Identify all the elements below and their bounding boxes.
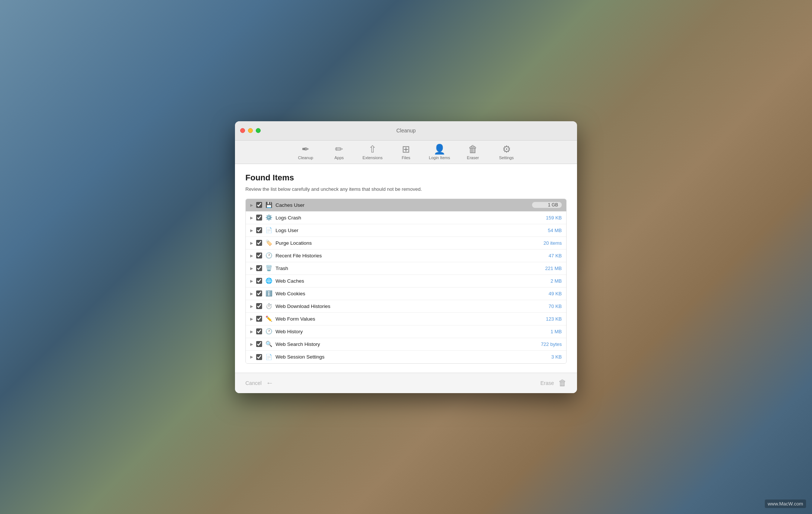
list-row[interactable]: ▶ℹ️Web Cookies49 KB [246,287,566,300]
toolbar-item-files[interactable]: ⊞ Files [395,144,417,160]
footer-left: Cancel ← [245,379,274,387]
row-item-icon: 🏷️ [265,240,273,246]
row-checkbox[interactable] [256,303,262,309]
cleanup-label: Cleanup [298,155,313,160]
app-window: Cleanup ✒ Cleanup ✏ Apps ⇧ Extensions ⊞ … [235,121,577,393]
login-items-label: Login Items [429,155,450,160]
list-row[interactable]: ▶🏷️Purge Locations20 items [246,237,566,250]
list-row[interactable]: ▶💾Caches User1 GB [246,199,566,212]
row-item-size: 47 KB [532,253,562,258]
close-button[interactable] [240,128,245,133]
extensions-label: Extensions [362,155,383,160]
expand-arrow-icon[interactable]: ▶ [250,203,256,207]
footer: Cancel ← Erase 🗑 [235,373,577,393]
row-item-icon: ⏱️ [265,303,273,309]
row-checkbox[interactable] [256,202,262,208]
expand-arrow-icon[interactable]: ▶ [250,216,256,220]
apps-label: Apps [334,155,344,160]
expand-arrow-icon[interactable]: ▶ [250,228,256,232]
row-item-size: 123 KB [532,316,562,322]
list-row[interactable]: ▶🗑️Trash221 MB [246,262,566,275]
expand-arrow-icon[interactable]: ▶ [250,241,256,245]
row-item-name: Recent File Histories [276,253,532,258]
row-item-icon: 🌐 [265,277,273,284]
list-row[interactable]: ▶🌐Web Caches2 MB [246,275,566,287]
row-item-icon: 📄 [265,354,273,360]
list-row[interactable]: ▶📄Logs User54 MB [246,224,566,237]
list-row[interactable]: ▶⚙️Logs Crash159 KB [246,212,566,224]
row-item-name: Web Cookies [276,291,532,296]
row-item-size: 54 MB [532,228,562,233]
row-item-size: 221 MB [532,266,562,271]
login-items-icon: 👤 [434,144,445,154]
window-title: Cleanup [396,128,416,134]
expand-arrow-icon[interactable]: ▶ [250,266,256,270]
toolbar-item-eraser[interactable]: 🗑 Eraser [462,144,484,160]
toolbar-item-extensions[interactable]: ⇧ Extensions [361,144,384,160]
list-row[interactable]: ▶🕐Web History1 MB [246,325,566,338]
row-checkbox[interactable] [256,278,262,284]
eraser-label: Eraser [467,155,479,160]
expand-arrow-icon[interactable]: ▶ [250,279,256,283]
row-item-size: 1 MB [532,329,562,334]
expand-arrow-icon[interactable]: ▶ [250,304,256,308]
expand-arrow-icon[interactable]: ▶ [250,317,256,321]
main-content: Found Items Review the list below carefu… [235,164,577,373]
apps-icon: ✏ [335,144,343,154]
toolbar: ✒ Cleanup ✏ Apps ⇧ Extensions ⊞ Files 👤 … [235,141,577,164]
row-item-size: 3 KB [532,354,562,360]
list-row[interactable]: ▶🔍Web Search History722 bytes [246,338,566,351]
row-item-size: 2 MB [532,278,562,284]
maximize-button[interactable] [256,128,261,133]
row-checkbox[interactable] [256,341,262,347]
list-row[interactable]: ▶✏️Web Form Values123 KB [246,313,566,325]
row-item-size: 722 bytes [532,341,562,347]
back-button[interactable]: ← [266,379,274,387]
toolbar-item-cleanup[interactable]: ✒ Cleanup [294,144,317,160]
row-item-size: 70 KB [532,303,562,309]
cleanup-icon: ✒ [302,144,310,154]
row-checkbox[interactable] [256,354,262,360]
watermark: www.MacW.com [765,499,806,508]
row-item-size: 159 KB [532,215,562,221]
row-checkbox[interactable] [256,253,262,258]
extensions-icon: ⇧ [368,144,377,154]
row-checkbox[interactable] [256,265,262,271]
row-item-size: 49 KB [532,291,562,296]
toolbar-item-login-items[interactable]: 👤 Login Items [428,144,451,160]
row-item-name: Purge Locations [276,240,532,246]
expand-arrow-icon[interactable]: ▶ [250,254,256,258]
row-item-size: 1 GB [532,202,562,208]
row-checkbox[interactable] [256,328,262,334]
list-row[interactable]: ▶🕐Recent File Histories47 KB [246,250,566,262]
expand-arrow-icon[interactable]: ▶ [250,292,256,296]
trash-button[interactable]: 🗑 [558,378,567,388]
row-item-icon: 🕐 [265,252,273,259]
list-row[interactable]: ▶📄Web Session Settings3 KB [246,351,566,363]
settings-label: Settings [499,155,514,160]
row-checkbox[interactable] [256,316,262,322]
row-item-icon: 💾 [265,202,273,208]
row-item-name: Web Session Settings [276,354,532,360]
row-item-name: Logs User [276,228,532,233]
row-item-icon: ✏️ [265,315,273,322]
row-item-name: Web Search History [276,341,532,347]
minimize-button[interactable] [248,128,253,133]
row-checkbox[interactable] [256,215,262,221]
window-controls [240,128,261,133]
toolbar-item-settings[interactable]: ⚙ Settings [495,144,518,160]
row-item-name: Web Form Values [276,316,532,322]
row-item-icon: 📄 [265,227,273,234]
list-row[interactable]: ▶⏱️Web Download Histories70 KB [246,300,566,313]
erase-button[interactable]: Erase [540,380,554,386]
expand-arrow-icon[interactable]: ▶ [250,355,256,359]
row-checkbox[interactable] [256,227,262,233]
titlebar: Cleanup [235,121,577,141]
row-checkbox[interactable] [256,240,262,246]
cancel-button[interactable]: Cancel [245,380,262,386]
expand-arrow-icon[interactable]: ▶ [250,342,256,346]
toolbar-item-apps[interactable]: ✏ Apps [328,144,350,160]
row-item-size: 20 items [532,240,562,246]
expand-arrow-icon[interactable]: ▶ [250,330,256,334]
row-checkbox[interactable] [256,290,262,296]
